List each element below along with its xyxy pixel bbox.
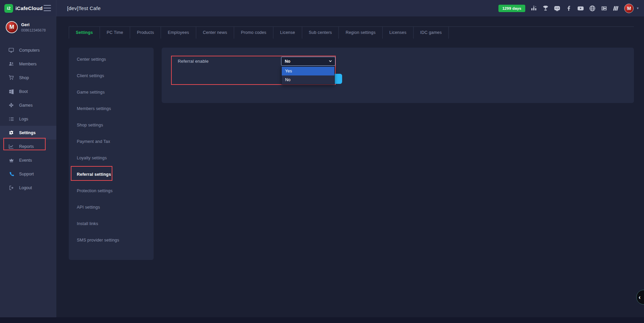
topbar-actions: 1299 days [498, 0, 639, 16]
facebook-icon[interactable] [566, 5, 572, 12]
tab-employees[interactable]: Employees [161, 27, 196, 39]
icafecloud-logo-icon: i2 [4, 4, 13, 13]
sidebar-item-settings[interactable]: Settings [0, 126, 56, 140]
menu-toggle-icon[interactable] [44, 5, 52, 11]
referral-enable-label: Referral enable [178, 59, 209, 64]
sidebar-nav: Computers Members Shop Boot [0, 43, 56, 195]
layers-icon[interactable] [612, 5, 619, 12]
dropdown-option-no[interactable]: No [282, 75, 334, 84]
sidebar-item-logout[interactable]: Logout [0, 181, 56, 195]
submenu-payment-and-tax[interactable]: Payment and Tax [69, 133, 154, 150]
sidebar-user: M Geri 008612345678 [0, 16, 56, 38]
submenu-protection-settings[interactable]: Protection settings [69, 182, 154, 199]
sidebar-item-reports[interactable]: Reports [0, 140, 56, 153]
list-icon [8, 116, 14, 122]
submenu-shop-settings[interactable]: Shop settings [69, 117, 154, 133]
icafecloud-mini-icon[interactable] [601, 5, 607, 12]
submenu-api-settings[interactable]: API settings [69, 199, 154, 215]
user-phone: 008612345678 [21, 28, 46, 32]
sidebar-item-support[interactable]: Support [0, 167, 56, 181]
sidebar-item-computers[interactable]: Computers [0, 43, 56, 57]
sidebar-item-members[interactable]: Members [0, 57, 56, 71]
ranking-icon[interactable] [530, 5, 537, 12]
cart-icon [8, 75, 14, 80]
app-root: i2 iCafeCloud [dev]Test Cafe 1299 days [0, 0, 644, 323]
tab-license[interactable]: License [273, 27, 302, 39]
tab-pc-time[interactable]: PC Time [100, 27, 130, 39]
tab-products[interactable]: Products [130, 27, 161, 39]
submenu-client-settings[interactable]: Client settings [69, 67, 154, 84]
top-bar: i2 iCafeCloud [dev]Test Cafe 1299 days [0, 0, 644, 16]
cafe-title: [dev]Test Cafe [67, 0, 101, 16]
windows-icon [8, 89, 14, 94]
dropdown-option-yes[interactable]: Yes [282, 67, 334, 75]
select-value: No [285, 59, 328, 64]
sidebar-item-label: Shop [19, 75, 29, 80]
chevron-left-icon: ‹ [639, 294, 641, 301]
referral-enable-select[interactable]: No [281, 57, 335, 66]
sidebar-item-shop[interactable]: Shop [0, 71, 56, 85]
select-chevron-icon [328, 58, 332, 64]
license-days-badge: 1299 days [498, 5, 526, 12]
chevron-down-icon[interactable]: ▾ [637, 6, 639, 10]
user-name: Geri [21, 22, 46, 27]
sidebar-item-events[interactable]: Events [0, 153, 56, 167]
sidebar-item-label: Support [19, 172, 34, 176]
tab-bar: Settings PC Time Products Employees Cent… [69, 27, 449, 39]
tab-licenses[interactable]: Licenses [383, 27, 414, 39]
sidebar-item-label: Games [19, 103, 33, 108]
sidebar-item-boot[interactable]: Boot [0, 85, 56, 98]
tab-promo-codes[interactable]: Promo codes [234, 27, 273, 39]
user-avatar[interactable]: M [624, 4, 634, 13]
sidebar-item-label: Logs [19, 117, 28, 121]
youtube-icon[interactable] [577, 5, 584, 12]
submenu-install-links[interactable]: Install links [69, 215, 154, 232]
submenu-referral-settings[interactable]: Referral settings [69, 166, 154, 182]
trophy-icon[interactable] [542, 5, 549, 12]
submenu-members-settings[interactable]: Members settings [69, 100, 154, 117]
select-dropdown: Yes No [281, 66, 335, 85]
crown-icon [8, 157, 14, 163]
discord-icon[interactable] [554, 5, 560, 12]
globe-icon[interactable] [589, 5, 596, 12]
sidebar-item-games[interactable]: Games [0, 98, 56, 112]
tab-center-news[interactable]: Center news [196, 27, 234, 39]
footer-strip [0, 317, 644, 323]
sidebar-item-label: Logout [19, 185, 32, 190]
submenu-center-settings[interactable]: Center settings [69, 51, 154, 67]
tab-region-settings[interactable]: Region settings [339, 27, 382, 39]
chart-icon [8, 144, 14, 149]
sidebar-item-logs[interactable]: Logs [0, 112, 56, 126]
gear-icon [8, 130, 14, 136]
sidebar-item-label: Settings [19, 130, 36, 135]
submenu-sms-provider-settings[interactable]: SMS provider settings [69, 232, 154, 248]
sidebar-item-label: Computers [19, 48, 40, 53]
content: Settings PC Time Products Employees Cent… [56, 16, 644, 323]
phone-icon [8, 171, 14, 177]
sidebar-avatar[interactable]: M [6, 21, 18, 33]
tab-idc-games[interactable]: IDC games [414, 27, 449, 39]
logo-text: iCafeCloud [15, 5, 43, 11]
sidebar-item-label: Boot [19, 89, 28, 94]
sidebar-item-label: Events [19, 158, 32, 163]
submenu-loyalty-settings[interactable]: Loyalty settings [69, 150, 154, 166]
sidebar-item-label: Reports [19, 144, 34, 149]
sidebar: M Geri 008612345678 Computers Members [0, 16, 56, 323]
submenu-game-settings[interactable]: Game settings [69, 84, 154, 100]
logout-icon [8, 185, 14, 191]
tab-sub-centers[interactable]: Sub centers [302, 27, 339, 39]
settings-submenu: Center settings Client settings Game set… [69, 48, 154, 260]
members-icon [8, 61, 14, 67]
sidebar-item-label: Members [19, 62, 37, 66]
monitor-icon [8, 47, 14, 53]
referral-settings-panel: Referral enable No Yes No [162, 48, 634, 103]
gamepad-icon [8, 102, 14, 108]
tab-settings[interactable]: Settings [69, 27, 100, 39]
